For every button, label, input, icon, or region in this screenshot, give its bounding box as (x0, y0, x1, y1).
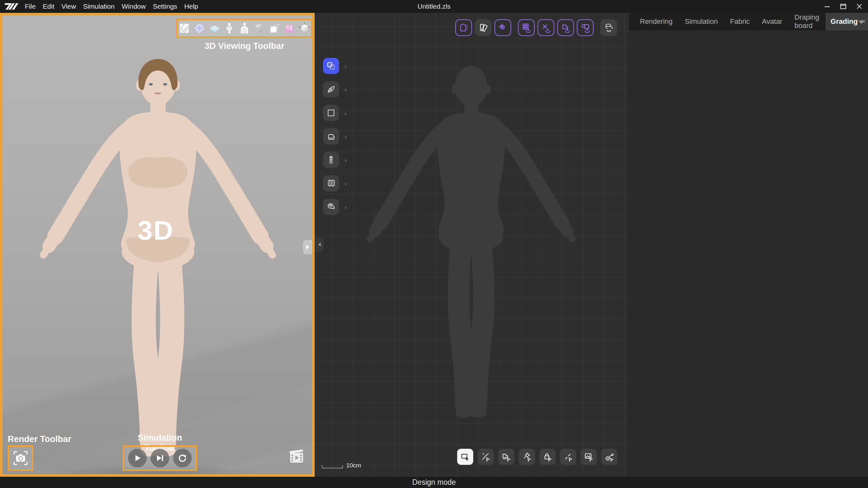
viewport-3d[interactable]: 3D (0, 13, 315, 477)
tool-select-transform[interactable] (323, 58, 339, 74)
tool-pattern-outline[interactable] (455, 19, 472, 36)
tool-tape-measure[interactable] (323, 199, 339, 215)
button-cursor-icon (604, 452, 615, 462)
properties-panel: Rendering Simulation Fabric Avatar Drapi… (629, 13, 868, 477)
viewing-toolbar-label: 3D Viewing Toolbar (176, 41, 313, 51)
tab-grading-label: Grading (831, 18, 858, 26)
menu-settings[interactable]: Settings (149, 3, 181, 10)
tool-pin-cursor[interactable] (519, 449, 535, 465)
sewing-machine-icon[interactable] (283, 22, 296, 35)
properties-panel-content (629, 30, 868, 477)
scale-label: 10cm (346, 462, 361, 469)
maximize-button[interactable] (839, 2, 847, 10)
tool-button-cursor[interactable] (601, 449, 617, 465)
tab-rendering[interactable]: Rendering (634, 13, 679, 30)
tab-simulation[interactable]: Simulation (679, 13, 724, 30)
tool-sewing-machine[interactable] (323, 128, 339, 145)
plane-icon[interactable] (208, 22, 221, 35)
application-window: File Edit View Simulation Window Setting… (0, 0, 868, 488)
simulate-play-button[interactable] (128, 449, 147, 467)
tool-curve-cursor[interactable] (478, 449, 494, 465)
tool-magnet[interactable] (494, 19, 511, 36)
menu-view[interactable]: View (58, 3, 80, 10)
curve-cursor-icon (480, 452, 491, 462)
image-cursor-icon (584, 452, 594, 462)
avatar-silhouette-2d (349, 64, 593, 434)
simulate-reset-button[interactable] (173, 449, 192, 467)
tab-draping-board[interactable]: Draping board (788, 13, 826, 30)
render-toolbar (8, 445, 33, 471)
cut-icon (541, 23, 551, 33)
wire-sphere-icon[interactable] (193, 22, 206, 35)
panel-collapse-left-handle[interactable] (315, 237, 324, 251)
tab-overflow-caret-icon[interactable] (859, 21, 864, 24)
avatar-pose-icon[interactable] (238, 22, 251, 35)
tape-measure-icon (326, 202, 336, 212)
tool-flyout-chevron[interactable]: › (345, 133, 346, 140)
tool-flyout-chevron[interactable]: › (345, 157, 346, 163)
step-forward-icon (156, 454, 164, 462)
snapshot-camera-icon[interactable] (12, 450, 29, 466)
avatar-3d[interactable] (20, 57, 296, 476)
tool-line-cursor[interactable] (560, 449, 576, 465)
tool-pen[interactable] (323, 81, 339, 97)
gizmo-cube-icon[interactable] (298, 22, 311, 35)
scale-ruler-icon (322, 464, 343, 469)
mannequin-measure-icon[interactable] (223, 22, 236, 35)
panel-collapse-right-handle[interactable] (303, 240, 312, 254)
pin-cursor-icon (522, 452, 532, 462)
tool-seam[interactable] (557, 19, 574, 36)
wireframe-texture-icon[interactable] (178, 22, 191, 35)
tool-rectangle[interactable] (323, 105, 339, 121)
tool-flyout-chevron[interactable]: › (345, 63, 346, 69)
menu-file[interactable]: File (21, 3, 39, 10)
play-icon (133, 454, 142, 462)
animation-editor-button[interactable] (289, 449, 305, 465)
render-toolbar-label: Render Toolbar (8, 434, 91, 444)
toolbar-2d-left: › › › (323, 58, 346, 222)
fabric-swatch-icon[interactable] (268, 22, 281, 35)
menu-edit[interactable]: Edit (39, 3, 58, 10)
chevron-right-icon (305, 244, 310, 250)
simulation-toolbar (123, 445, 197, 471)
reset-icon (178, 454, 187, 463)
viewport-3d-watermark: 3D (137, 215, 174, 246)
lock-cursor-icon (542, 452, 553, 462)
close-icon[interactable] (855, 2, 864, 10)
tool-select-cursor[interactable] (457, 449, 473, 465)
menu-window[interactable]: Window (118, 3, 149, 10)
tool-lock-cursor[interactable] (539, 449, 556, 465)
toolbar-2d-top (455, 19, 617, 36)
panel-2d-pattern[interactable]: › › › (315, 13, 629, 477)
measure-visibility-icon (603, 23, 614, 33)
tool-flyout-chevron[interactable]: › (345, 180, 346, 187)
pen-icon (326, 85, 336, 94)
titlebar: File Edit View Simulation Window Setting… (0, 0, 868, 13)
garment-icon[interactable] (253, 22, 266, 35)
tool-seam-cursor[interactable] (498, 449, 515, 465)
swatches-icon (478, 23, 488, 33)
tool-swatches[interactable] (475, 19, 492, 36)
menu-help[interactable]: Help (181, 3, 202, 10)
tool-zipper[interactable] (323, 152, 339, 168)
window-title: Untitled.zls (417, 3, 451, 10)
menu-simulation[interactable]: Simulation (80, 3, 118, 10)
tool-grid[interactable] (518, 19, 535, 36)
rectangle-icon (326, 108, 336, 118)
simulate-step-button[interactable] (151, 449, 169, 467)
magnet-icon (498, 23, 508, 33)
line-cursor-icon (563, 452, 573, 462)
minimize-button[interactable] (823, 2, 831, 10)
fabric-roll-icon (580, 23, 590, 33)
seam-icon (560, 23, 571, 33)
tool-flyout-chevron[interactable]: › (345, 204, 346, 210)
tool-fabric-roll[interactable] (577, 19, 594, 36)
tool-pleats[interactable] (323, 175, 339, 191)
tool-measure-visibility[interactable] (600, 19, 617, 36)
tool-flyout-chevron[interactable]: › (345, 110, 346, 116)
tab-avatar[interactable]: Avatar (756, 13, 788, 30)
tool-image-cursor[interactable] (581, 449, 597, 465)
tool-flyout-chevron[interactable]: › (345, 87, 346, 93)
tab-fabric[interactable]: Fabric (724, 13, 756, 30)
tool-cut[interactable] (537, 19, 554, 36)
